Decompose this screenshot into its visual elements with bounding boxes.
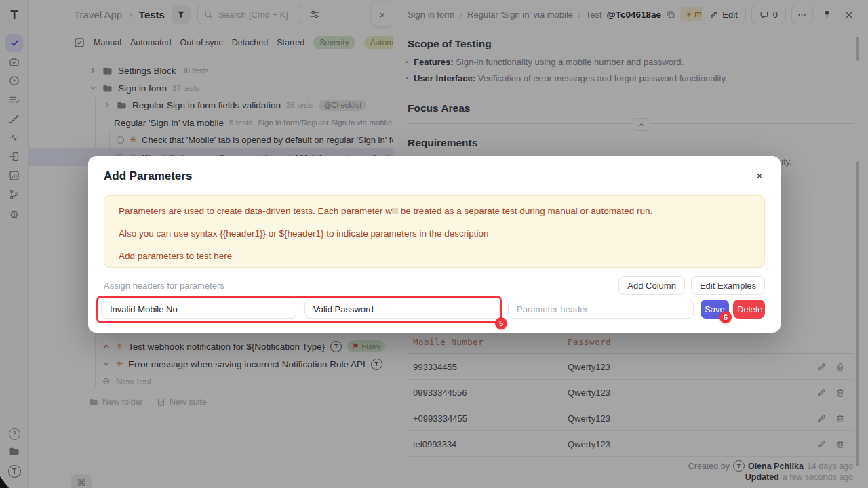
annotation-highlight-rect [96, 296, 502, 323]
parameters-info-box: Parameters are used to create data-drive… [104, 195, 765, 268]
edit-examples-button[interactable]: Edit Examples [691, 276, 765, 295]
annotation-step-5: 5 [495, 317, 507, 329]
delete-button[interactable]: Delete [733, 300, 765, 319]
annotation-step-6: 6 [719, 311, 732, 323]
info-line: Parameters are used to create data-drive… [119, 206, 750, 216]
close-icon: × [756, 169, 763, 182]
info-line: Add parameters to test here [119, 251, 750, 261]
assign-headers-label: Assign headers for parameters [104, 281, 224, 291]
modal-title: Add Parameters [104, 169, 192, 183]
add-column-button[interactable]: Add Column [618, 276, 685, 295]
info-line: Also you can use syntax {{header1}} or $… [119, 228, 750, 239]
parameter-header-input-3[interactable] [508, 300, 694, 319]
modal-close-button[interactable]: × [756, 169, 763, 183]
